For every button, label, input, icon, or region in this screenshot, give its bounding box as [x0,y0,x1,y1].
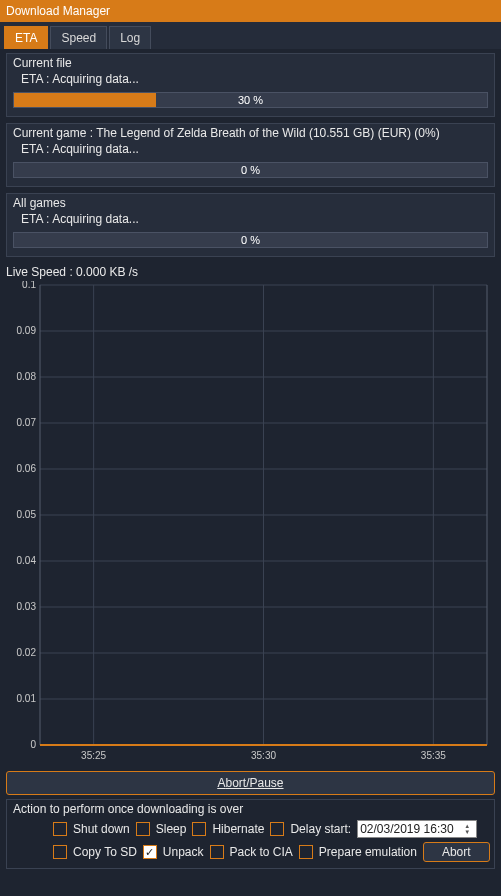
current-file-title: Current file [13,56,488,70]
all-games-progress: 0 % [13,232,488,248]
eta-panel: Current file ETA : Acquiring data... 30 … [0,49,501,263]
current-game-group: Current game : The Legend of Zelda Breat… [6,123,495,187]
abort-pause-button[interactable]: Abort/Pause [6,771,495,795]
svg-text:0.05: 0.05 [17,509,37,520]
window-titlebar: Download Manager [0,0,501,22]
tab-eta[interactable]: ETA [4,26,48,49]
window-title: Download Manager [6,4,110,18]
label-shutdown: Shut down [73,822,130,836]
label-unpack: Unpack [163,845,204,859]
tab-log[interactable]: Log [109,26,151,49]
svg-text:0.04: 0.04 [17,555,37,566]
all-games-progress-text: 0 % [14,233,487,247]
label-hibernate: Hibernate [212,822,264,836]
current-game-progress: 0 % [13,162,488,178]
svg-text:0.1: 0.1 [22,281,36,290]
svg-text:0.03: 0.03 [17,601,37,612]
delay-start-input[interactable]: 02/03/2019 16:30 ▲▼ [357,820,477,838]
svg-text:0.02: 0.02 [17,647,37,658]
actions-title: Action to perform once downloading is ov… [13,802,488,816]
svg-text:0.08: 0.08 [17,371,37,382]
label-prepare-emulation: Prepare emulation [319,845,417,859]
abort-pause-label: Abort/Pause [217,776,283,790]
svg-text:35:35: 35:35 [421,750,446,761]
label-sleep: Sleep [156,822,187,836]
current-file-group: Current file ETA : Acquiring data... 30 … [6,53,495,117]
all-games-title: All games [13,196,488,210]
svg-text:0.07: 0.07 [17,417,37,428]
checkbox-prepare-emulation[interactable] [299,845,313,859]
current-file-progress-text: 30 % [14,93,487,107]
checkbox-pack-to-cia[interactable] [210,845,224,859]
current-game-progress-text: 0 % [14,163,487,177]
actions-row-2: Copy To SD Unpack Pack to CIA Prepare em… [13,842,488,862]
abort-button[interactable]: Abort [423,842,490,862]
label-pack-to-cia: Pack to CIA [230,845,293,859]
label-copy-to-sd: Copy To SD [73,845,137,859]
checkbox-copy-to-sd[interactable] [53,845,67,859]
live-speed-label: Live Speed : 0.000 KB /s [0,263,501,281]
actions-row-1: Shut down Sleep Hibernate Delay start: 0… [13,820,488,838]
current-game-title: Current game : The Legend of Zelda Breat… [13,126,488,140]
all-games-eta: ETA : Acquiring data... [21,212,488,226]
svg-text:0.01: 0.01 [17,693,37,704]
checkbox-shutdown[interactable] [53,822,67,836]
delay-start-value: 02/03/2019 16:30 [360,822,453,836]
label-delay-start: Delay start: [290,822,351,836]
current-file-progress: 30 % [13,92,488,108]
tab-bar: ETA Speed Log [0,22,501,49]
svg-text:0: 0 [30,739,36,750]
speed-chart: 00.010.020.030.040.050.060.070.080.090.1… [6,281,495,767]
svg-text:35:25: 35:25 [81,750,106,761]
all-games-group: All games ETA : Acquiring data... 0 % [6,193,495,257]
svg-text:0.06: 0.06 [17,463,37,474]
actions-panel: Action to perform once downloading is ov… [6,799,495,869]
current-file-eta: ETA : Acquiring data... [21,72,488,86]
checkbox-unpack[interactable] [143,845,157,859]
checkbox-delay-start[interactable] [270,822,284,836]
tab-speed[interactable]: Speed [50,26,107,49]
svg-text:35:30: 35:30 [251,750,276,761]
date-stepper-icon[interactable]: ▲▼ [464,823,474,835]
current-game-eta: ETA : Acquiring data... [21,142,488,156]
svg-text:0.09: 0.09 [17,325,37,336]
checkbox-hibernate[interactable] [192,822,206,836]
checkbox-sleep[interactable] [136,822,150,836]
